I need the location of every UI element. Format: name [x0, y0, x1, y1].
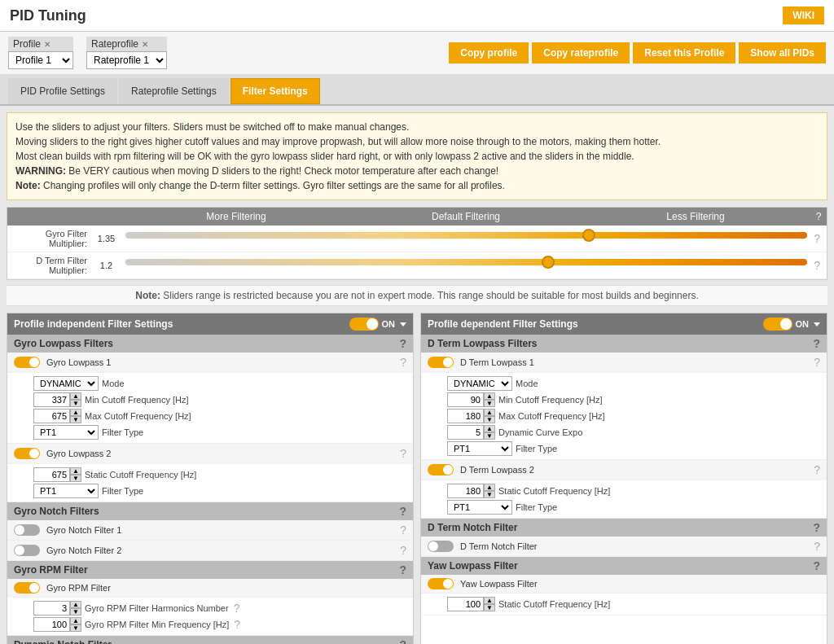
gyro-filter-slider[interactable]	[125, 232, 807, 245]
yaw-lowpass-static-cutoff-spinner[interactable]: ▲ ▼	[447, 597, 495, 611]
left-panel-header: Profile independent Filter Settings ON	[7, 313, 413, 335]
yaw-lowpass-toggle-row: Yaw Lowpass Filter	[421, 575, 827, 594]
gyro-rpm-help-icon[interactable]: ?	[399, 563, 406, 576]
main-content: Use the sliders to adjust your filters. …	[0, 106, 834, 644]
gyro-lp2-toggle[interactable]	[14, 448, 40, 459]
gyro-rpm-harmonics-help-icon[interactable]: ?	[234, 602, 240, 615]
profile-close-icon[interactable]: ✕	[44, 40, 50, 49]
dterm-lp1-dynamic-curve-spinner[interactable]: ▲ ▼	[447, 425, 495, 440]
show-pids-button[interactable]: Show all PIDs	[739, 42, 826, 64]
dterm-lp1-min-cutoff-up[interactable]: ▲	[484, 392, 495, 400]
dterm-lp1-toggle[interactable]	[428, 357, 454, 368]
dterm-lp2-static-cutoff-spinner[interactable]: ▲ ▼	[447, 484, 495, 498]
gyro-rpm-harmonics-spinner[interactable]: ▲ ▼	[33, 601, 81, 616]
yaw-lowpass-toggle[interactable]	[428, 578, 454, 589]
gyro-lp2-static-up[interactable]: ▲	[70, 467, 81, 475]
dterm-lp1-max-cutoff-spinner[interactable]: ▲ ▼	[447, 409, 495, 423]
dterm-lp2-static-up[interactable]: ▲	[484, 484, 495, 491]
tab-rateprofile-settings[interactable]: Rateprofile Settings	[119, 78, 229, 104]
dterm-filter-thumb[interactable]	[542, 256, 555, 269]
copy-rateprofile-button[interactable]: Copy rateprofile	[532, 42, 630, 64]
gyro-notch2-toggle[interactable]	[14, 545, 40, 556]
dterm-lp1-min-cutoff-dn[interactable]: ▼	[484, 400, 495, 407]
gyro-rpm-minfreq-spinner[interactable]: ▲ ▼	[33, 617, 81, 632]
gyro-lp1-min-cutoff-input[interactable]	[33, 392, 70, 407]
gyro-filter-thumb[interactable]	[582, 229, 595, 242]
yaw-lowpass-static-up[interactable]: ▲	[484, 597, 495, 604]
dterm-notch-help-icon2[interactable]: ?	[814, 540, 820, 553]
dterm-lp1-dynamic-curve-input[interactable]	[447, 425, 484, 440]
info-line3: Most clean builds with rpm filtering wil…	[15, 149, 819, 164]
tab-pid-profile-settings[interactable]: PID Profile Settings	[8, 78, 117, 104]
gyro-rpm-toggle[interactable]	[14, 582, 40, 594]
wiki-button[interactable]: WIKI	[783, 7, 824, 24]
dterm-lp1-help-icon[interactable]: ?	[814, 356, 820, 369]
dterm-filter-value: 1.2	[92, 261, 121, 270]
dterm-lowpass-help-icon[interactable]: ?	[813, 337, 820, 350]
gyro-rpm-harmonics-dn[interactable]: ▼	[70, 608, 81, 616]
gyro-notch1-toggle[interactable]	[14, 524, 40, 536]
gyro-notch2-help-icon[interactable]: ?	[400, 544, 406, 557]
gyro-rpm-minfreq-input[interactable]	[33, 617, 70, 632]
dterm-notch-help-icon[interactable]: ?	[813, 521, 820, 534]
gyro-lp2-filter-type-select[interactable]: PT1BIQUAD	[33, 484, 99, 498]
gyro-lp1-min-cutoff-up[interactable]: ▲	[70, 392, 81, 400]
profile-select[interactable]: Profile 1 Profile 2 Profile 3	[8, 51, 73, 69]
gyro-lp1-help-icon[interactable]: ?	[400, 356, 406, 369]
reset-profile-button[interactable]: Reset this Profile	[633, 42, 735, 64]
dterm-filter-slider[interactable]	[125, 259, 807, 272]
gyro-lp1-max-cutoff-input[interactable]	[33, 409, 70, 423]
gyro-lowpass-help-icon[interactable]: ?	[399, 337, 406, 350]
gyro-lp1-max-cutoff-up[interactable]: ▲	[70, 409, 81, 416]
dterm-lp1-min-cutoff-input[interactable]	[447, 392, 484, 407]
gyro-rpm-harmonics-up[interactable]: ▲	[70, 601, 81, 608]
gyro-lp2-filter-type-row: PT1BIQUAD Filter Type	[33, 484, 406, 498]
gyro-lp2-static-dn[interactable]: ▼	[70, 475, 81, 482]
gyro-lp1-toggle[interactable]	[14, 357, 40, 368]
tab-filter-settings[interactable]: Filter Settings	[230, 78, 320, 104]
gyro-lp1-filter-type-select[interactable]: PT1BIQUAD	[33, 425, 99, 440]
dterm-notch-toggle[interactable]	[428, 541, 454, 552]
yaw-lowpass-static-dn[interactable]: ▼	[484, 604, 495, 611]
dterm-lp1-dynamic-curve-up[interactable]: ▲	[484, 425, 495, 432]
gyro-notch-header: Gyro Notch Filters ?	[7, 502, 413, 520]
gyro-filter-help-icon[interactable]: ?	[814, 232, 820, 245]
dterm-lp1-mode-select[interactable]: DYNAMICPT1BIQUAD	[447, 376, 512, 391]
left-panel-toggle[interactable]	[349, 318, 379, 331]
dterm-lp2-static-dn[interactable]: ▼	[484, 491, 495, 498]
dterm-lp1-max-cutoff-up[interactable]: ▲	[484, 409, 495, 416]
gyro-lp1-max-cutoff-dn[interactable]: ▼	[70, 416, 81, 423]
gyro-lp1-min-cutoff-spinner[interactable]: ▲ ▼	[33, 392, 81, 407]
gyro-lp1-min-cutoff-dn[interactable]: ▼	[70, 400, 81, 407]
gyro-lp2-help-icon[interactable]: ?	[400, 447, 406, 460]
yaw-lowpass-help-icon[interactable]: ?	[813, 559, 820, 572]
dterm-lp2-help-icon[interactable]: ?	[814, 463, 820, 476]
dterm-lp2-static-cutoff-input[interactable]	[447, 484, 484, 498]
copy-profile-button[interactable]: Copy profile	[449, 42, 529, 64]
dterm-filter-help-icon[interactable]: ?	[814, 259, 820, 272]
dterm-lp2-toggle[interactable]	[428, 464, 454, 475]
dterm-lp1-dynamic-curve-dn[interactable]: ▼	[484, 432, 495, 440]
gyro-lp1-max-cutoff-spinner[interactable]: ▲ ▼	[33, 409, 81, 423]
dynamic-notch-help-icon[interactable]: ?	[399, 638, 406, 644]
gyro-rpm-minfreq-help-icon[interactable]: ?	[234, 618, 240, 631]
gyro-lp2-static-cutoff-spinner[interactable]: ▲ ▼	[33, 467, 81, 482]
right-panel-toggle[interactable]	[763, 318, 792, 331]
yaw-lowpass-static-cutoff-input[interactable]	[447, 597, 484, 611]
gyro-rpm-minfreq-dn[interactable]: ▼	[70, 624, 81, 632]
gyro-lp1-filter-type-row: PT1BIQUAD Filter Type	[33, 425, 406, 440]
yaw-lowpass-label: Yaw Lowpass Filter	[460, 579, 820, 589]
gyro-notch1-help-icon[interactable]: ?	[400, 524, 406, 537]
dterm-lp1-min-cutoff-spinner[interactable]: ▲ ▼	[447, 392, 495, 407]
gyro-lp1-mode-select[interactable]: DYNAMICPT1BIQUAD	[33, 376, 99, 391]
dterm-lp2-filter-type-select[interactable]: PT1BIQUAD	[447, 500, 512, 515]
gyro-notch-help-icon[interactable]: ?	[399, 505, 406, 518]
gyro-rpm-harmonics-input[interactable]	[33, 601, 70, 616]
rateprofile-select[interactable]: Rateprofile 1 Rateprofile 2	[86, 51, 167, 69]
gyro-lp2-static-cutoff-input[interactable]	[33, 467, 70, 482]
rateprofile-close-icon[interactable]: ✕	[142, 40, 148, 49]
gyro-rpm-minfreq-up[interactable]: ▲	[70, 617, 81, 624]
dterm-lp1-max-cutoff-dn[interactable]: ▼	[484, 416, 495, 423]
dterm-lp1-filter-type-select[interactable]: PT1BIQUAD	[447, 441, 512, 456]
dterm-lp1-max-cutoff-input[interactable]	[447, 409, 484, 423]
